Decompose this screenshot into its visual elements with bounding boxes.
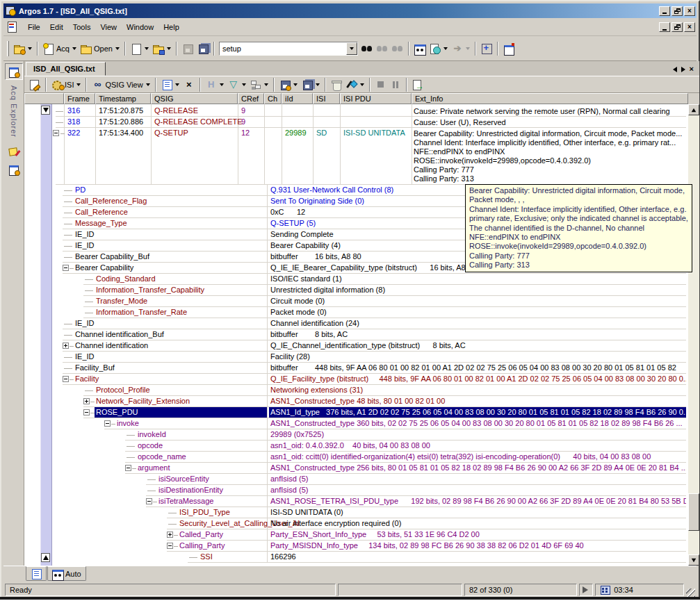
detail-row-argument[interactable]: argumentASN1_Constructed_type 256 bits, … xyxy=(24,463,686,474)
detail-row-invokeid[interactable]: invokeId29989 (0x7525) xyxy=(24,429,686,441)
stop-button[interactable] xyxy=(373,76,388,93)
detail-row-isidestinationentity[interactable]: isiDestinationEntityanfIsisd (5) xyxy=(24,485,686,496)
notes-button[interactable] xyxy=(5,143,23,160)
restore-button[interactable] xyxy=(671,6,683,16)
qsig-view-dropdown[interactable]: ∞QSIG View xyxy=(90,76,152,93)
frame-row-316[interactable]: 31617:51:20.875Q-RELEASE9Cause: Private … xyxy=(24,106,686,117)
column-header-Ch[interactable]: Ch xyxy=(264,93,282,104)
detail-row-information-transfer-capability[interactable]: Information_Transfer_CapabilityUnrestric… xyxy=(24,285,686,296)
list-view-tab[interactable] xyxy=(26,566,47,581)
save-button[interactable] xyxy=(180,40,195,57)
detail-row-opcode[interactable]: opcodeasn1_oid: 0.4.0.392.0 40 bits, 04 … xyxy=(24,441,686,452)
acq-settings-button[interactable] xyxy=(12,40,34,57)
collapse-box[interactable] xyxy=(63,376,69,382)
menu-tools[interactable]: Tools xyxy=(68,20,96,34)
column-header-Frame[interactable]: Frame xyxy=(64,93,95,104)
column-header-ISI[interactable]: ISI xyxy=(313,93,340,104)
frame-row-322[interactable]: 32217:51:34.400Q-SETUP1229989SDISI-SD UN… xyxy=(24,128,686,185)
acq-explorer-button[interactable] xyxy=(5,63,23,80)
detail-row-called-party[interactable]: Called_PartyParty_ESN_Short_Info_type 53… xyxy=(24,529,686,541)
menu-help[interactable]: Help xyxy=(158,20,184,34)
detail-row-ie-id[interactable]: IE_IDFacility (28) xyxy=(24,352,686,363)
detail-row-ie-id[interactable]: IE_IDChannel identification (24) xyxy=(24,318,686,329)
new-window-button[interactable] xyxy=(501,40,516,57)
expand-box[interactable] xyxy=(63,343,69,349)
collapse-box[interactable] xyxy=(63,265,69,271)
open-button[interactable]: Open xyxy=(79,40,122,57)
collapse-box[interactable] xyxy=(167,543,173,549)
pause-button[interactable] xyxy=(388,76,403,93)
tab-isd-all-qsig[interactable]: ISD_All_QSIG.txt xyxy=(26,62,106,76)
marker-button[interactable] xyxy=(344,76,366,93)
find-in-view-button[interactable] xyxy=(412,40,428,57)
detail-row-invoke[interactable]: invokeASN1_Constructed_type 360 bits, 02… xyxy=(24,418,686,429)
new-file-button[interactable] xyxy=(129,40,151,57)
combobox-dropdown-button[interactable] xyxy=(346,42,357,55)
tree-options-button[interactable] xyxy=(248,76,270,93)
vertical-scrollbar[interactable] xyxy=(688,104,699,566)
scroll-up-button[interactable] xyxy=(688,104,699,115)
detail-row-coding-standard[interactable]: Coding_StandardISO/IEC standard (1) xyxy=(24,274,686,285)
view-list-button[interactable] xyxy=(159,76,181,93)
detail-row-channel-identification[interactable]: Channel identificationQ_IE_Channel_ident… xyxy=(24,340,686,352)
delete-button[interactable] xyxy=(329,76,344,93)
menu-window[interactable]: Window xyxy=(122,20,158,34)
marker-bottom-button[interactable] xyxy=(41,553,50,562)
find-button[interactable] xyxy=(359,40,375,57)
view-settings-button[interactable] xyxy=(5,161,23,178)
collapse-box[interactable] xyxy=(83,409,90,415)
detail-row-rose-pdu[interactable]: ROSE_PDUASN1_Id_type 376 bits, A1 2D 02 … xyxy=(24,407,686,418)
open-special-button[interactable] xyxy=(151,40,173,57)
menu-view[interactable]: View xyxy=(95,20,122,34)
collapse-box[interactable] xyxy=(125,465,131,471)
setup-combobox[interactable]: setup xyxy=(219,42,358,56)
collapse-box[interactable] xyxy=(104,420,111,427)
detail-row-transfer-mode[interactable]: Transfer_ModeCircuit mode (0) xyxy=(24,296,686,307)
move-button[interactable] xyxy=(479,40,494,57)
marker-top-button[interactable] xyxy=(41,106,50,115)
close-button[interactable]: × xyxy=(684,6,695,16)
child-minimize-button[interactable] xyxy=(659,22,670,32)
detail-row-protocol-profile[interactable]: Protocol_ProfileNetworking extensions (3… xyxy=(24,385,686,396)
auto-view-tab[interactable]: Auto xyxy=(47,566,86,581)
child-restore-button[interactable] xyxy=(671,22,683,32)
hex-view-button[interactable]: H xyxy=(204,76,226,93)
acq-button[interactable]: Acq xyxy=(41,40,79,57)
detail-row-opcode-name[interactable]: opcode_nameasn1_oid: ccitt(0) identified… xyxy=(24,452,686,463)
export-button[interactable] xyxy=(428,40,450,57)
close-view-button[interactable]: × xyxy=(181,76,197,93)
child-close-button[interactable]: × xyxy=(684,22,695,32)
detail-row-facility-buf[interactable]: Facility_Bufbitbuffer 448 bits, 9F AA 06… xyxy=(24,363,686,374)
document-icon[interactable] xyxy=(6,22,17,33)
detail-row-isi-pdu-type[interactable]: ISI_PDU_TypeISI-SD UNITDATA (0) xyxy=(24,507,686,518)
minimize-button[interactable] xyxy=(659,6,670,16)
forward-button[interactable]: ➔ xyxy=(450,40,472,57)
column-header-CRef[interactable]: CRef xyxy=(238,93,264,104)
scrollbar-thumb[interactable] xyxy=(688,493,699,531)
detail-row-channel-identification-buf[interactable]: Channel identification_Bufbitbuffer 8 bi… xyxy=(24,329,686,340)
frame-row-318[interactable]: 31817:51:20.886Q-RELEASE COMPLETE9Cause:… xyxy=(24,117,686,128)
find-prev-button[interactable] xyxy=(390,40,405,57)
expand-box[interactable] xyxy=(83,398,90,404)
tab-scroll-right-icon[interactable] xyxy=(681,67,685,72)
name-value-divider[interactable] xyxy=(267,185,268,563)
menu-edit[interactable]: Edit xyxy=(45,20,68,34)
column-header-Timestamp[interactable]: Timestamp xyxy=(95,93,151,104)
detail-row-facility[interactable]: FacilityQ_IE_Facility_type (bitstruct) 4… xyxy=(24,374,686,385)
detail-row-ssi[interactable]: SSI166296 xyxy=(24,552,686,563)
column-header-ISI PDU[interactable]: ISI PDU xyxy=(340,93,412,104)
column-header-Ext_Info[interactable]: Ext_Info xyxy=(412,93,688,104)
collapse-box[interactable] xyxy=(53,130,59,136)
find-next-button[interactable] xyxy=(375,40,390,57)
detail-row-information-transfer-rate[interactable]: Information_Transfer_RatePacket mode (0) xyxy=(24,307,686,318)
go-button[interactable] xyxy=(410,76,425,93)
isi-dropdown[interactable]: ISI xyxy=(49,76,83,93)
expand-box[interactable] xyxy=(167,532,173,538)
filter-button[interactable]: ▽ xyxy=(226,76,248,93)
tab-scroll-left-icon[interactable] xyxy=(673,67,677,72)
tab-close-icon[interactable]: × xyxy=(690,65,694,73)
detail-row-security-level-at-calling-user-ai[interactable]: Security_Level_at_Calling_User_AINo air … xyxy=(24,518,686,529)
column-header-QSIG[interactable]: QSIG xyxy=(151,93,238,104)
detail-row-network-facility-extension[interactable]: Network_Facility_ExtensionASN1_Construct… xyxy=(24,396,686,407)
detail-row-isitetramessage[interactable]: isiTetraMessageASN1_ROSE_TETRA_ISI_PDU_t… xyxy=(24,496,686,507)
